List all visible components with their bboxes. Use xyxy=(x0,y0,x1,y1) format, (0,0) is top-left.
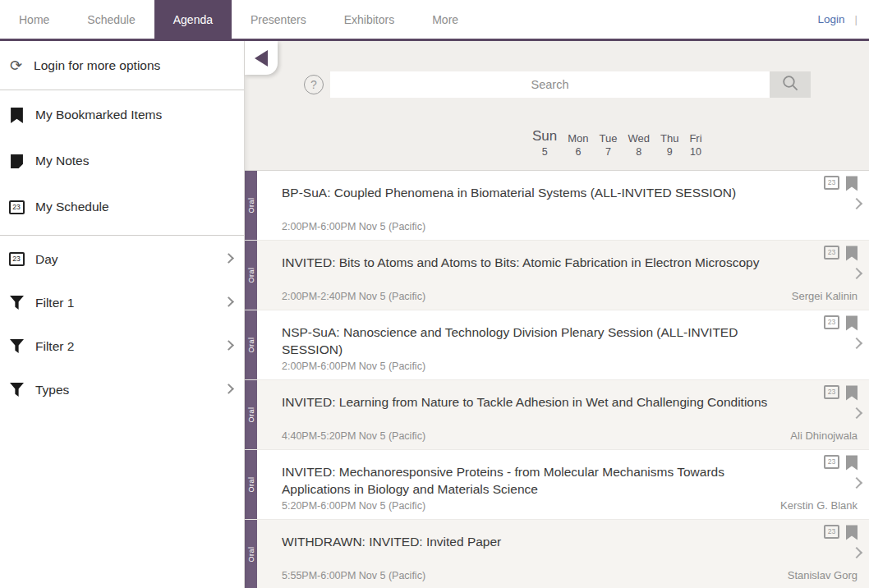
day-date-label: 8 xyxy=(628,146,650,158)
nav-tab-label: Home xyxy=(19,13,49,26)
track-badge-label: Oral xyxy=(247,407,255,422)
session-row[interactable]: Oral INVITED: Bits to Atoms and Atoms to… xyxy=(245,241,869,310)
track-badge: Oral xyxy=(245,241,257,310)
question-mark-icon: ? xyxy=(310,78,317,91)
chevron-right-icon xyxy=(223,340,234,351)
bookmark-icon xyxy=(8,108,25,123)
add-to-schedule-icon[interactable]: 23 xyxy=(824,246,839,260)
day-selector-item[interactable]: Fri 10 xyxy=(689,132,701,158)
day-date-label: 10 xyxy=(689,146,701,158)
chevron-right-icon xyxy=(223,253,234,264)
search-icon xyxy=(782,75,799,94)
day-of-week-label: Mon xyxy=(568,132,588,145)
nav-tab-label: Schedule xyxy=(87,13,135,26)
session-presenter: Kerstin G. Blank xyxy=(780,499,858,512)
session-time: 2:00PM-2:40PM Nov 5 (Pacific) xyxy=(282,291,425,302)
search-input[interactable] xyxy=(330,71,770,98)
sync-icon: ⟳ xyxy=(10,58,22,73)
session-row[interactable]: Oral INVITED: Mechanoresponsive Proteins… xyxy=(245,450,869,520)
session-time: 5:55PM-6:00PM Nov 5 (Pacific) xyxy=(282,570,425,581)
nav-tab-label: Presenters xyxy=(251,13,306,26)
sidebar-item[interactable]: Filter 2 xyxy=(0,324,244,368)
day-selector-item[interactable]: Tue 7 xyxy=(600,132,618,158)
track-badge-label: Oral xyxy=(247,476,255,492)
track-badge: Oral xyxy=(245,450,257,519)
day-selector-item[interactable]: Thu 9 xyxy=(660,132,678,158)
session-title: INVITED: Mechanoresponsive Proteins - fr… xyxy=(245,450,869,498)
bookmark-icon[interactable] xyxy=(846,246,858,264)
note-icon xyxy=(8,154,25,168)
add-to-schedule-icon[interactable]: 23 xyxy=(824,176,839,190)
track-badge: Oral xyxy=(245,171,257,240)
sidebar-item[interactable]: 23 Day xyxy=(0,237,244,281)
session-presenter: Stanislav Gorg xyxy=(788,569,858,581)
sidebar-item[interactable]: 23 My Schedule xyxy=(0,184,244,230)
sidebar-my-items-group: My Bookmarked Items My Notes 23 My Sched… xyxy=(0,90,244,236)
track-badge: Oral xyxy=(245,380,257,449)
session-row[interactable]: Oral INVITED: Learning from Nature to Ta… xyxy=(245,380,869,450)
day-of-week-label: Wed xyxy=(628,132,650,145)
day-date-label: 7 xyxy=(600,146,618,158)
sidebar-item-label: Day xyxy=(35,252,58,267)
nav-right: Login | xyxy=(818,0,869,39)
sidebar-item[interactable]: My Bookmarked Items xyxy=(0,92,244,138)
session-title: BP-SuA: Coupled Phenomena in Biomaterial… xyxy=(245,171,869,201)
calendar-icon: 23 xyxy=(8,200,25,214)
add-to-schedule-icon[interactable]: 23 xyxy=(824,455,839,469)
add-to-schedule-icon[interactable]: 23 xyxy=(824,315,839,329)
nav-tab-label: More xyxy=(432,13,458,26)
session-row[interactable]: Oral NSP-SuA: Nanoscience and Technology… xyxy=(245,310,869,380)
nav-tab[interactable]: Home xyxy=(0,0,68,39)
help-button[interactable]: ? xyxy=(304,75,324,94)
sidebar-item[interactable]: Types xyxy=(0,368,244,411)
main-content: ? Sun 5 Mon 6 Tue 7 Wed 8 Thu 9 Fri xyxy=(245,41,869,588)
nav-tabs: Home Schedule Agenda Presenters Exhibito… xyxy=(0,0,477,39)
nav-tab[interactable]: Exhibitors xyxy=(325,0,413,39)
nav-divider: | xyxy=(855,13,858,25)
day-date-label: 5 xyxy=(532,146,557,158)
sidebar-login-prompt[interactable]: ⟳ Login for more options xyxy=(0,41,244,90)
bookmark-icon[interactable] xyxy=(846,455,858,474)
nav-tab[interactable]: Schedule xyxy=(68,0,154,39)
day-selector-item[interactable]: Sun 5 xyxy=(532,128,557,158)
top-navigation: Home Schedule Agenda Presenters Exhibito… xyxy=(0,0,869,41)
session-time: 2:00PM-6:00PM Nov 5 (Pacific) xyxy=(282,361,425,372)
sidebar-collapse-toggle[interactable] xyxy=(245,41,278,75)
session-presenter: Sergei Kalinin xyxy=(792,290,858,302)
sidebar-item-label: Filter 2 xyxy=(35,339,74,354)
sidebar-item[interactable]: My Notes xyxy=(0,138,244,184)
session-list: Oral BP-SuA: Coupled Phenomena in Biomat… xyxy=(245,170,869,588)
sidebar-item[interactable]: Filter 1 xyxy=(0,281,244,324)
nav-tab-label: Agenda xyxy=(173,13,213,26)
add-to-schedule-icon[interactable]: 23 xyxy=(824,525,839,539)
day-selector-item[interactable]: Wed 8 xyxy=(628,132,650,158)
sidebar-item-label: My Schedule xyxy=(35,200,109,214)
session-title: WITHDRAWN: INVITED: Invited Paper xyxy=(245,520,869,550)
bookmark-icon[interactable] xyxy=(846,385,858,404)
sidebar: ⟳ Login for more options My Bookmarked I… xyxy=(0,41,245,588)
day-selector-item[interactable]: Mon 6 xyxy=(568,132,588,158)
session-row[interactable]: Oral WITHDRAWN: INVITED: Invited Paper 5… xyxy=(245,520,869,588)
day-of-week-label: Thu xyxy=(660,132,678,145)
chevron-right-icon xyxy=(223,384,234,394)
bookmark-icon[interactable] xyxy=(846,176,858,195)
sidebar-item-label: My Notes xyxy=(35,154,89,168)
session-time: 4:40PM-5:20PM Nov 5 (Pacific) xyxy=(282,430,425,442)
session-row[interactable]: Oral BP-SuA: Coupled Phenomena in Biomat… xyxy=(245,171,869,241)
sidebar-filters-group: 23 Day Filter 1 Filter 2 Types xyxy=(0,236,244,416)
nav-tab[interactable]: Agenda xyxy=(154,0,232,39)
track-badge-label: Oral xyxy=(247,197,255,213)
collapse-arrow-icon xyxy=(255,50,268,67)
track-badge: Oral xyxy=(245,310,257,379)
day-date-label: 6 xyxy=(568,146,588,158)
session-title: INVITED: Bits to Atoms and Atoms to Bits… xyxy=(245,241,869,271)
nav-tab[interactable]: Presenters xyxy=(232,0,325,39)
add-to-schedule-icon[interactable]: 23 xyxy=(824,385,839,399)
session-time: 2:00PM-6:00PM Nov 5 (Pacific) xyxy=(282,221,425,232)
login-link[interactable]: Login xyxy=(818,13,845,25)
search-button[interactable] xyxy=(770,71,811,98)
bookmark-icon[interactable] xyxy=(846,315,858,334)
day-of-week-label: Tue xyxy=(600,132,618,145)
bookmark-icon[interactable] xyxy=(846,525,858,544)
nav-tab[interactable]: More xyxy=(413,0,477,39)
